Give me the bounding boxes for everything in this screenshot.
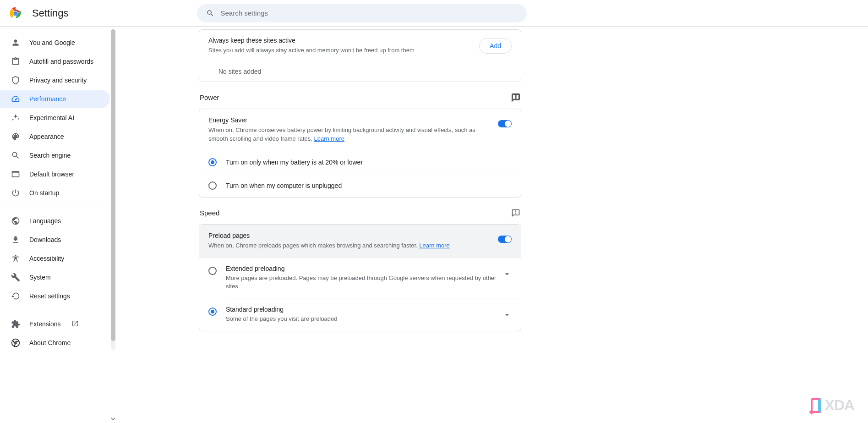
svg-rect-7 bbox=[515, 210, 516, 212]
sidebar-item-label: About Chrome bbox=[29, 339, 71, 346]
search-icon bbox=[11, 151, 20, 160]
svg-rect-8 bbox=[515, 213, 516, 214]
chevron-down-icon bbox=[502, 310, 512, 319]
sidebar-item-label: Experimental AI bbox=[29, 114, 74, 121]
preload-toggle[interactable] bbox=[498, 236, 512, 243]
chevron-down-icon bbox=[502, 269, 512, 279]
radio-checked-icon bbox=[208, 158, 217, 166]
energy-saver-toggle[interactable] bbox=[498, 120, 512, 127]
radio-checked-icon bbox=[208, 308, 217, 316]
sidebar-item-label: Downloads bbox=[29, 236, 61, 243]
clipboard-icon bbox=[11, 57, 20, 66]
add-site-button[interactable]: Add bbox=[479, 38, 512, 54]
energy-option-unplugged-label: Turn on when my computer is unplugged bbox=[226, 182, 342, 189]
preload-option-extended[interactable]: Extended preloading More pages are prelo… bbox=[199, 257, 521, 298]
globe-icon bbox=[11, 216, 20, 225]
accessibility-icon bbox=[11, 254, 20, 263]
sidebar: You and GoogleAutofill and passwordsPriv… bbox=[0, 27, 110, 423]
sidebar-item-accessibility[interactable]: Accessibility bbox=[0, 249, 110, 268]
chrome-icon bbox=[11, 338, 20, 347]
sidebar-item-label: System bbox=[29, 274, 51, 281]
scrollbar-down-button[interactable] bbox=[110, 416, 116, 422]
preload-extended-desc: More pages are preloaded. Pages may be p… bbox=[226, 274, 502, 291]
sidebar-item-appearance[interactable]: Appearance bbox=[0, 127, 110, 146]
feedback-icon[interactable] bbox=[511, 93, 520, 102]
sidebar-item-default-browser[interactable]: Default browser bbox=[0, 165, 110, 183]
sidebar-item-system[interactable]: System bbox=[0, 268, 110, 286]
energy-option-battery-20[interactable]: Turn on only when my battery is at 20% o… bbox=[199, 151, 521, 174]
chrome-logo-icon bbox=[9, 7, 22, 20]
reset-icon bbox=[11, 291, 20, 301]
search-input[interactable] bbox=[221, 9, 518, 17]
sidebar-item-label: Accessibility bbox=[29, 255, 64, 262]
sidebar-item-extensions[interactable]: Extensions bbox=[0, 315, 110, 333]
sidebar-item-privacy[interactable]: Privacy and security bbox=[0, 71, 110, 89]
preload-card: Preload pages When on, Chrome preloads p… bbox=[199, 224, 521, 331]
preload-header: Preload pages When on, Chrome preloads p… bbox=[199, 225, 521, 258]
energy-saver-desc: When on, Chrome conserves battery power … bbox=[208, 126, 483, 143]
sidebar-item-label: Performance bbox=[29, 95, 66, 103]
sidebar-item-label: Appearance bbox=[29, 133, 64, 140]
search-icon bbox=[206, 9, 214, 17]
radio-unchecked-icon bbox=[208, 267, 217, 275]
preload-learn-more-link[interactable]: Learn more bbox=[419, 242, 449, 249]
power-section-title: Power bbox=[200, 93, 219, 101]
power-section-header: Power bbox=[199, 93, 521, 102]
nav-divider bbox=[0, 310, 110, 310]
external-link-icon bbox=[60, 320, 79, 329]
sidebar-item-experimental-ai[interactable]: Experimental AI bbox=[0, 109, 110, 127]
page-title: Settings bbox=[32, 7, 69, 19]
header: Settings bbox=[0, 0, 868, 27]
preload-standard-title: Standard preloading bbox=[226, 306, 502, 313]
energy-option-battery-20-label: Turn on only when my battery is at 20% o… bbox=[226, 159, 363, 166]
sidebar-item-label: Privacy and security bbox=[29, 77, 87, 84]
speed-section-header: Speed bbox=[199, 209, 521, 218]
sidebar-item-reset[interactable]: Reset settings bbox=[0, 287, 110, 305]
energy-saver-title: Energy Saver bbox=[208, 116, 483, 124]
power-icon bbox=[11, 188, 20, 198]
puzzle-icon bbox=[11, 319, 20, 329]
active-sites-desc: Sites you add will always stay active an… bbox=[208, 46, 415, 55]
sidebar-container: You and GoogleAutofill and passwordsPriv… bbox=[0, 27, 116, 423]
sidebar-item-languages[interactable]: Languages bbox=[0, 212, 110, 230]
sidebar-item-performance[interactable]: Performance bbox=[0, 90, 110, 108]
download-icon bbox=[11, 235, 20, 244]
feedback-icon[interactable] bbox=[511, 209, 520, 218]
sidebar-item-label: Reset settings bbox=[29, 292, 70, 300]
xda-watermark: XDA bbox=[811, 397, 854, 414]
sidebar-item-label: Autofill and passwords bbox=[29, 58, 93, 65]
shield-icon bbox=[11, 76, 20, 85]
speed-section-title: Speed bbox=[200, 209, 219, 217]
sidebar-item-label: Languages bbox=[29, 217, 61, 225]
speedometer-icon bbox=[11, 94, 20, 104]
energy-saver-header: Energy Saver When on, Chrome conserves b… bbox=[199, 109, 521, 151]
svg-rect-6 bbox=[515, 98, 516, 99]
wrench-icon bbox=[11, 273, 20, 282]
active-sites-card: Always keep these sites active Sites you… bbox=[199, 29, 521, 82]
scrollbar-thumb[interactable] bbox=[111, 29, 115, 341]
energy-saver-learn-more-link[interactable]: Learn more bbox=[314, 135, 344, 142]
person-icon bbox=[11, 38, 20, 47]
preload-extended-title: Extended preloading bbox=[226, 265, 502, 272]
energy-option-unplugged[interactable]: Turn on when my computer is unplugged bbox=[199, 174, 521, 197]
active-sites-title: Always keep these sites active bbox=[208, 37, 415, 44]
palette-icon bbox=[11, 132, 20, 141]
sidebar-item-label: You and Google bbox=[29, 39, 75, 46]
preload-standard-desc: Some of the pages you visit are preloade… bbox=[226, 315, 502, 323]
main-layout: You and GoogleAutofill and passwordsPriv… bbox=[0, 27, 868, 423]
search-bar[interactable] bbox=[197, 4, 527, 22]
sidebar-item-label: Default browser bbox=[29, 170, 74, 178]
preload-option-standard[interactable]: Standard preloading Some of the pages yo… bbox=[199, 298, 521, 330]
preload-title: Preload pages bbox=[208, 232, 450, 239]
active-sites-row: Always keep these sites active Sites you… bbox=[199, 30, 521, 61]
sidebar-item-autofill[interactable]: Autofill and passwords bbox=[0, 52, 110, 71]
sidebar-item-about-chrome[interactable]: About Chrome bbox=[0, 334, 110, 352]
sidebar-item-search-engine[interactable]: Search engine bbox=[0, 146, 110, 165]
browser-icon bbox=[11, 170, 20, 179]
energy-saver-card: Energy Saver When on, Chrome conserves b… bbox=[199, 109, 521, 198]
sidebar-item-downloads[interactable]: Downloads bbox=[0, 231, 110, 249]
sidebar-item-on-startup[interactable]: On startup bbox=[0, 184, 110, 202]
sidebar-item-you-and-google[interactable]: You and Google bbox=[0, 33, 110, 52]
preload-desc: When on, Chrome preloads pages which mak… bbox=[208, 241, 450, 250]
sidebar-item-label: Search engine bbox=[29, 152, 71, 159]
